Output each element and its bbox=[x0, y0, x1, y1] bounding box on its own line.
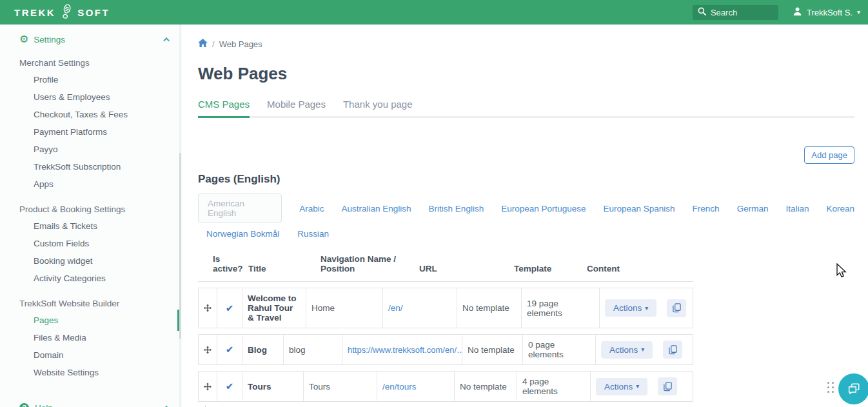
drag-handle[interactable] bbox=[199, 288, 217, 328]
sidebar-item-payyo[interactable]: Payyo bbox=[0, 141, 182, 158]
tab-thank-you-page[interactable]: Thank you page bbox=[343, 99, 413, 116]
lang-tab-french[interactable]: French bbox=[693, 204, 720, 213]
copy-icon bbox=[668, 345, 678, 355]
drag-handle[interactable] bbox=[199, 335, 217, 364]
col-header-url: URL bbox=[419, 264, 514, 273]
top-bar: TREKK SOFT Tre bbox=[0, 0, 868, 25]
sidebar: ⚙ Settings Merchant Settings Profile Use… bbox=[0, 25, 182, 407]
home-icon[interactable] bbox=[198, 39, 208, 50]
page-title: Web Pages bbox=[198, 64, 854, 83]
tab-cms-pages[interactable]: CMS Pages bbox=[198, 99, 250, 118]
drag-handle[interactable] bbox=[199, 372, 217, 401]
sidebar-item-emails-tickets[interactable]: Emails & Tickets bbox=[0, 217, 182, 235]
actions-button[interactable]: Actions ▾ bbox=[601, 341, 653, 359]
user-menu[interactable]: TrekkSoft S. ▾ bbox=[793, 6, 860, 18]
is-active-check: ✔ bbox=[217, 372, 242, 401]
pages-section-heading: Pages (English) bbox=[198, 173, 854, 186]
user-name: TrekkSoft S. bbox=[807, 8, 853, 17]
table-row: ✔ Blog blog https://www.trekksoft.com/en… bbox=[198, 334, 693, 365]
table-row: ✔ Welcome to Rahul Tour & Travel Home /e… bbox=[198, 288, 693, 328]
sidebar-item-users-employees[interactable]: Users & Employees bbox=[0, 88, 182, 106]
actions-button[interactable]: Actions ▾ bbox=[605, 299, 656, 317]
copy-icon bbox=[663, 382, 673, 392]
lang-tab-arabic[interactable]: Arabic bbox=[299, 204, 324, 213]
page-title-cell: Tours bbox=[242, 372, 303, 401]
user-icon bbox=[793, 6, 802, 18]
is-active-check: ✔ bbox=[217, 335, 242, 364]
actions-button[interactable]: Actions ▾ bbox=[596, 378, 647, 395]
col-header-navigation: Navigation Name / Position bbox=[321, 254, 419, 273]
sidebar-item-settings[interactable]: ⚙ Settings bbox=[19, 32, 170, 46]
sidebar-item-label: Pages bbox=[34, 315, 58, 325]
sidebar-item-profile[interactable]: Profile bbox=[0, 71, 182, 88]
trekksoft-logo[interactable]: TREKK SOFT bbox=[14, 4, 110, 21]
gear-icon: ⚙ bbox=[19, 34, 28, 45]
table-row: ✔ Tours Tours /en/tours No template 4 pa… bbox=[198, 371, 693, 402]
sidebar-section-merchant-settings: Merchant Settings bbox=[19, 55, 182, 71]
lang-tab-italian[interactable]: Italian bbox=[785, 204, 809, 213]
actions-label: Actions bbox=[609, 345, 638, 355]
content-cell: 19 page elements bbox=[521, 288, 599, 328]
lang-tab-korean[interactable]: Korean bbox=[826, 204, 854, 213]
lang-tab-european-spanish[interactable]: European Spanish bbox=[604, 204, 675, 213]
sidebar-item-trekksoft-subscription[interactable]: TrekkSoft Subscription bbox=[0, 158, 182, 175]
chat-widget-button[interactable] bbox=[838, 373, 868, 404]
sidebar-item-pages[interactable]: Pages bbox=[0, 312, 182, 329]
chat-icon bbox=[847, 382, 861, 396]
sidebar-item-payment-platforms[interactable]: Payment Platforms bbox=[0, 123, 182, 141]
widget-drag-handle[interactable] bbox=[827, 382, 834, 393]
col-header-template: Template bbox=[514, 264, 587, 273]
tab-bar: CMS Pages Mobile Pages Thank you page bbox=[198, 99, 854, 118]
page-url-link[interactable]: https://www.trekksoft.com/en/… bbox=[342, 335, 462, 364]
sidebar-item-activity-categories[interactable]: Activity Categories bbox=[0, 270, 182, 287]
actions-label: Actions bbox=[604, 382, 633, 392]
lang-tab-norwegian-bokmal[interactable]: Norwegian Bokmål bbox=[206, 229, 279, 239]
lang-tab-british-english[interactable]: British English bbox=[429, 204, 484, 213]
lang-tab-american-english[interactable]: American English bbox=[198, 194, 282, 223]
move-icon bbox=[204, 304, 212, 312]
check-icon: ✔ bbox=[226, 344, 234, 355]
lang-tab-european-portuguese[interactable]: European Portuguese bbox=[501, 204, 586, 213]
chevron-up-icon[interactable] bbox=[163, 37, 170, 43]
move-icon bbox=[204, 346, 212, 354]
main-content: / Web Pages Web Pages CMS Pages Mobile P… bbox=[182, 25, 868, 407]
caret-down-icon: ▾ bbox=[636, 383, 639, 390]
caret-down-icon: ▾ bbox=[857, 9, 860, 15]
page-title-cell: Blog bbox=[242, 335, 283, 364]
page-url-link[interactable]: /en/tours bbox=[377, 372, 454, 401]
lang-tab-russian[interactable]: Russian bbox=[297, 229, 329, 239]
sidebar-item-domain[interactable]: Domain bbox=[0, 346, 182, 364]
help-icon: ? bbox=[19, 403, 29, 407]
sidebar-item-booking-widget[interactable]: Booking widget bbox=[0, 252, 182, 270]
page-url-link[interactable]: /en/ bbox=[382, 288, 457, 328]
is-active-check: ✔ bbox=[217, 288, 242, 328]
move-icon bbox=[204, 382, 212, 391]
lang-tab-australian-english[interactable]: Australian English bbox=[342, 204, 411, 213]
breadcrumb: / Web Pages bbox=[198, 39, 854, 50]
sidebar-item-help[interactable]: ? Help bbox=[19, 401, 170, 407]
add-page-button[interactable]: Add page bbox=[804, 146, 854, 164]
search-box[interactable] bbox=[693, 5, 778, 20]
caret-down-icon: ▾ bbox=[641, 346, 644, 353]
nav-name-cell: Tours bbox=[303, 372, 377, 401]
sidebar-item-apps[interactable]: Apps bbox=[0, 175, 182, 193]
search-input[interactable] bbox=[711, 8, 773, 17]
sidebar-item-checkout-taxes-fees[interactable]: Checkout, Taxes & Fees bbox=[0, 106, 182, 123]
check-icon: ✔ bbox=[226, 381, 234, 392]
sidebar-item-website-settings[interactable]: Website Settings bbox=[0, 364, 182, 381]
table-header: Is active? Title Navigation Name / Posit… bbox=[198, 254, 693, 282]
breadcrumb-separator: / bbox=[212, 39, 215, 49]
sidebar-section-website-builder: TrekkSoft Website Builder bbox=[19, 296, 182, 312]
tab-mobile-pages[interactable]: Mobile Pages bbox=[267, 99, 326, 116]
check-icon: ✔ bbox=[226, 303, 234, 314]
sidebar-item-files-media[interactable]: Files & Media bbox=[0, 329, 182, 346]
copy-page-button[interactable] bbox=[663, 341, 682, 359]
caret-down-icon: ▾ bbox=[645, 305, 648, 312]
sidebar-scrollbar-thumb[interactable] bbox=[179, 153, 181, 339]
lang-tab-german[interactable]: German bbox=[737, 204, 769, 213]
template-cell: No template bbox=[462, 335, 522, 364]
copy-page-button[interactable] bbox=[667, 299, 686, 317]
sidebar-section-product-booking: Product & Booking Settings bbox=[19, 202, 182, 217]
copy-page-button[interactable] bbox=[658, 377, 677, 395]
sidebar-item-custom-fields[interactable]: Custom Fields bbox=[0, 235, 182, 252]
